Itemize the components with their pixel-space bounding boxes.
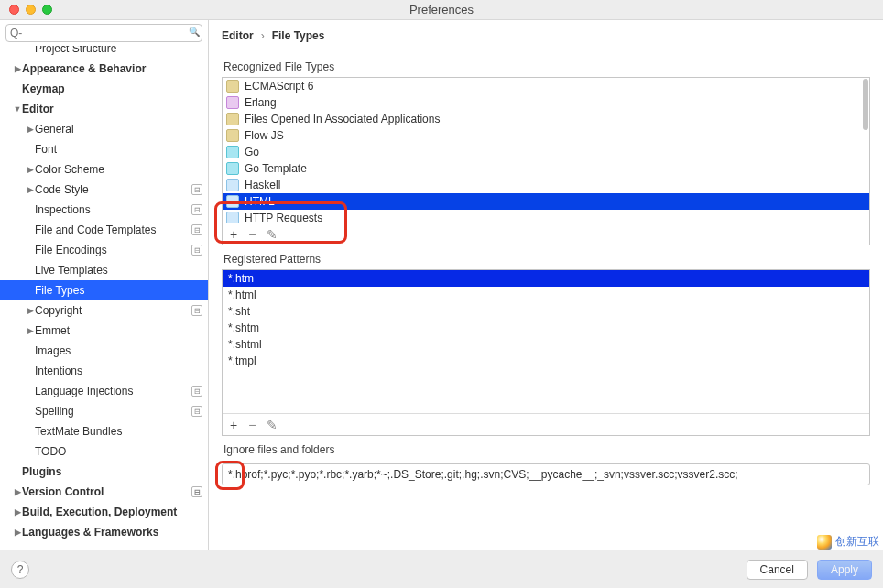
help-button[interactable]: ?	[11, 561, 29, 579]
filetype-label: Flow JS	[245, 129, 284, 142]
sidebar-item-label: Images	[35, 344, 202, 357]
sidebar-item-label: File Encodings	[35, 244, 191, 256]
sidebar-item[interactable]: ▶Code Style⊟	[0, 180, 208, 200]
tree-caret-icon: ▶	[26, 125, 35, 134]
remove-pattern-button[interactable]: −	[248, 418, 256, 432]
sidebar-item[interactable]: ▶General	[0, 119, 208, 139]
add-pattern-button[interactable]: +	[230, 418, 237, 432]
filetype-row[interactable]: Haskell	[223, 177, 869, 193]
sidebar-item[interactable]: ▶Color Scheme	[0, 159, 208, 180]
tree-caret-icon: ▶	[26, 306, 35, 315]
pattern-label: *.shtml	[228, 338, 262, 351]
ignore-input[interactable]	[222, 463, 870, 485]
filetype-row[interactable]: Go Template	[223, 160, 869, 177]
tree-caret-icon: ▶	[13, 487, 22, 496]
sidebar-item-label: Build, Execution, Deployment	[22, 506, 202, 518]
close-icon[interactable]	[9, 5, 19, 15]
sidebar-item[interactable]: Live Templates	[0, 260, 208, 280]
sidebar-item-label: Intentions	[35, 365, 202, 377]
pattern-row[interactable]: *.tmpl	[223, 353, 869, 369]
filetypes-list[interactable]: ECMAScript 6ErlangFiles Opened In Associ…	[223, 78, 869, 223]
filetype-row[interactable]: Go	[223, 144, 869, 160]
sidebar-item-label: Keymap	[22, 82, 202, 95]
sidebar-item[interactable]: Plugins	[0, 462, 208, 482]
pattern-label: *.htm	[228, 272, 254, 285]
sidebar-item[interactable]: Font	[0, 139, 208, 159]
sidebar-item[interactable]: Spelling⊟	[0, 401, 208, 421]
filetype-icon	[226, 113, 239, 125]
pattern-row[interactable]: *.htm	[223, 270, 869, 287]
sidebar-item[interactable]: ▼Editor	[0, 99, 208, 119]
filetype-label: ECMAScript 6	[245, 80, 313, 93]
search-wrap: 🔍	[0, 20, 208, 46]
sidebar-item[interactable]: ▶Languages & Frameworks	[0, 522, 208, 542]
content-pane: Editor › File Types Recognized File Type…	[209, 20, 883, 550]
filetype-row[interactable]: HTTP Requests	[223, 210, 869, 223]
filetype-row[interactable]: Flow JS	[223, 127, 869, 144]
sidebar-item[interactable]: ▶Copyright⊟	[0, 300, 208, 321]
pattern-row[interactable]: *.html	[223, 287, 869, 303]
sidebar-item[interactable]: File Types	[0, 280, 208, 300]
filetype-row[interactable]: HTML	[223, 193, 869, 210]
maximize-icon[interactable]	[42, 5, 52, 15]
sidebar-item[interactable]: ▶Appearance & Behavior	[0, 59, 208, 79]
filetype-row[interactable]: ECMAScript 6	[223, 78, 869, 94]
filetype-label: Go Template	[245, 162, 307, 175]
sidebar-item[interactable]: TODO	[0, 441, 208, 462]
project-level-badge-icon: ⊟	[191, 204, 202, 215]
sidebar-item-label: TextMate Bundles	[35, 425, 202, 438]
sidebar-item[interactable]: ▶Version Control⊟	[0, 482, 208, 502]
filetypes-box: ECMAScript 6ErlangFiles Opened In Associ…	[222, 77, 870, 245]
search-icon: 🔍	[189, 27, 200, 37]
edit-filetype-button[interactable]: ✎	[267, 227, 278, 242]
sidebar-item-label: TODO	[35, 445, 202, 458]
sidebar-item[interactable]: Images	[0, 341, 208, 361]
add-filetype-button[interactable]: +	[230, 227, 237, 242]
patterns-list[interactable]: *.htm*.html*.sht*.shtm*.shtml*.tmpl	[223, 270, 869, 413]
sidebar-item-label: Version Control	[22, 485, 191, 498]
edit-pattern-button[interactable]: ✎	[267, 418, 278, 432]
pattern-row[interactable]: *.shtml	[223, 336, 869, 353]
sidebar-item[interactable]: Inspections⊟	[0, 200, 208, 220]
pattern-row[interactable]: *.sht	[223, 303, 869, 320]
settings-tree[interactable]: Project Structure▶Appearance & BehaviorK…	[0, 46, 208, 550]
sidebar-item[interactable]: ▶Emmet	[0, 321, 208, 341]
sidebar-item-label: Appearance & Behavior	[22, 62, 202, 75]
main-area: 🔍 Project Structure▶Appearance & Behavio…	[0, 20, 883, 550]
filetype-icon	[226, 212, 239, 223]
remove-filetype-button[interactable]: −	[248, 227, 256, 242]
filetype-icon	[226, 162, 239, 175]
sidebar-item[interactable]: ▶Build, Execution, Deployment	[0, 502, 208, 522]
filetype-icon	[226, 129, 239, 142]
sidebar-item[interactable]: Keymap	[0, 79, 208, 99]
watermark-text: 创新互联	[835, 534, 879, 550]
sidebar-item[interactable]: Intentions	[0, 361, 208, 381]
sidebar-item[interactable]: Project Structure	[0, 46, 208, 59]
tree-caret-icon: ▶	[13, 528, 22, 537]
watermark: 创新互联	[817, 534, 879, 550]
sidebar-item-label: Copyright	[35, 304, 191, 317]
cancel-button[interactable]: Cancel	[747, 560, 808, 580]
pattern-row[interactable]: *.shtm	[223, 320, 869, 336]
pattern-label: *.sht	[228, 305, 250, 318]
filetype-label: Files Opened In Associated Applications	[245, 113, 440, 125]
tree-caret-icon: ▶	[26, 326, 35, 335]
filetype-row[interactable]: Erlang	[223, 94, 869, 111]
sidebar-item[interactable]: Language Injections⊟	[0, 381, 208, 401]
filetype-icon	[226, 96, 239, 109]
minimize-icon[interactable]	[26, 5, 36, 15]
scrollbar-thumb[interactable]	[863, 79, 868, 130]
sidebar-item[interactable]: TextMate Bundles	[0, 421, 208, 441]
sidebar-item-label: File and Code Templates	[35, 223, 191, 236]
search-input[interactable]	[5, 24, 202, 42]
crumb-editor[interactable]: Editor	[222, 29, 254, 42]
filetype-row[interactable]: Files Opened In Associated Applications	[223, 111, 869, 127]
filetype-label: HTTP Requests	[245, 212, 322, 223]
patterns-toolbar: + − ✎	[223, 413, 869, 435]
tree-caret-icon: ▼	[13, 104, 22, 114]
sidebar-item[interactable]: File and Code Templates⊟	[0, 220, 208, 240]
apply-button[interactable]: Apply	[817, 560, 872, 580]
filetype-icon	[226, 80, 239, 93]
sidebar-item[interactable]: File Encodings⊟	[0, 240, 208, 260]
sidebar-item-label: Code Style	[35, 183, 191, 196]
